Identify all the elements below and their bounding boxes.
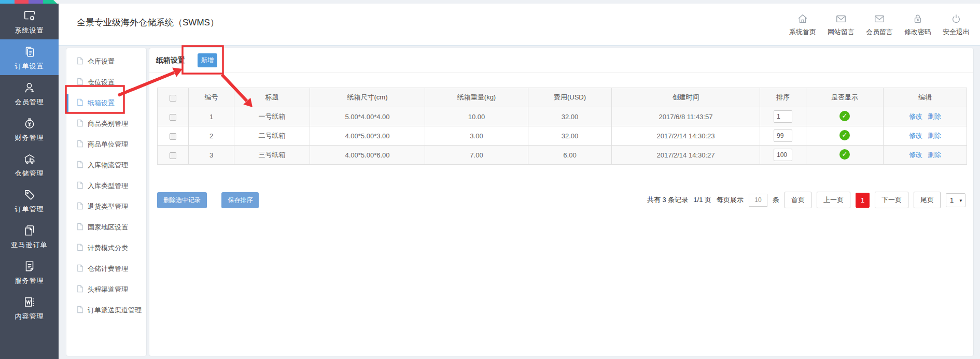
column-header: 纸箱尺寸(cm) xyxy=(310,88,425,107)
table-footer: 删除选中记录 保存排序 共有 3 条记录 1/1 页 每页展示 条 首页 上一页… xyxy=(157,192,965,208)
sidebar-item-8[interactable]: 服务管理 xyxy=(0,254,59,290)
first-page-button[interactable]: 首页 xyxy=(785,192,811,208)
doc-item-icon xyxy=(76,177,84,197)
submenu-item-label: 入库类型管理 xyxy=(88,182,128,190)
delete-link[interactable]: 删除 xyxy=(928,112,941,120)
submenu-item-12[interactable]: 头程渠道管理 xyxy=(66,279,146,300)
row-checkbox[interactable] xyxy=(170,133,176,140)
add-button[interactable]: 新增 xyxy=(198,53,217,67)
last-page-button[interactable]: 尾页 xyxy=(914,192,941,208)
per-page-input[interactable] xyxy=(749,194,767,207)
submenu-item-label: 商品单位管理 xyxy=(88,140,128,148)
submenu-item-9[interactable]: 国家地区设置 xyxy=(66,217,146,238)
sidebar-item-2[interactable]: 订单设置 xyxy=(0,39,59,75)
sidebar-item-label: 订单设置 xyxy=(0,62,59,71)
edit-link[interactable]: 修改 xyxy=(909,112,922,120)
cell-weight: 10.00 xyxy=(425,107,528,126)
header-checkbox-cell xyxy=(158,88,189,107)
table-body: 1一号纸箱5.00*4.00*4.0010.0032.002017/6/8 11… xyxy=(158,107,967,165)
document-lines-icon xyxy=(0,260,59,274)
table-row: 2二号纸箱4.00*5.00*3.003.0032.002017/2/14 14… xyxy=(158,126,967,146)
topnav-item-label: 网站留言 xyxy=(828,27,855,37)
submenu-item-10[interactable]: 计费模式分类 xyxy=(66,238,146,259)
doc-item-icon xyxy=(76,114,84,135)
submenu-item-6[interactable]: 入库物流管理 xyxy=(66,155,146,176)
table-wrap: 编号标题纸箱尺寸(cm)纸箱重量(kg)费用(USD)创建时间排序是否显示编辑 … xyxy=(157,88,965,165)
topnav-item-1[interactable]: 系统首页 xyxy=(789,13,816,37)
sidebar-item-label: 订单管理 xyxy=(0,205,59,214)
warehouse-truck-icon xyxy=(0,152,59,166)
select-all-checkbox[interactable] xyxy=(170,95,176,102)
record-count-text: 共有 3 条记录 xyxy=(647,195,688,205)
tag-icon xyxy=(0,188,59,202)
topnav-item-label: 修改密码 xyxy=(904,27,931,37)
cell-no: 1 xyxy=(189,107,234,126)
topnav-item-label: 会员留言 xyxy=(866,27,893,37)
row-checkbox[interactable] xyxy=(170,114,176,121)
cell-visible xyxy=(806,126,884,146)
cell-fee: 6.00 xyxy=(528,146,612,165)
submenu-item-5[interactable]: 商品单位管理 xyxy=(66,134,146,155)
table-row: 3三号纸箱4.00*5.00*6.007.006.002017/2/14 14:… xyxy=(158,146,967,165)
delete-link[interactable]: 删除 xyxy=(928,132,941,139)
sidebar-item-9[interactable]: 内容管理 xyxy=(0,290,59,325)
sidebar-item-5[interactable]: 仓储管理 xyxy=(0,147,59,182)
delete-link[interactable]: 删除 xyxy=(928,151,941,159)
sidebar-item-1[interactable]: 系统设置 xyxy=(0,4,59,39)
carton-table: 编号标题纸箱尺寸(cm)纸箱重量(kg)费用(USD)创建时间排序是否显示编辑 … xyxy=(157,88,967,165)
table-row: 1一号纸箱5.00*4.00*4.0010.0032.002017/6/8 11… xyxy=(158,107,967,126)
sort-input[interactable] xyxy=(774,149,792,161)
page-title: 纸箱设置 xyxy=(156,56,185,65)
settings-submenu: 仓库设置仓位设置纸箱设置商品类别管理商品单位管理入库物流管理入库类型管理退货类型… xyxy=(66,48,147,356)
delete-selected-button[interactable]: 删除选中记录 xyxy=(157,192,207,208)
submenu-item-label: 仓位设置 xyxy=(88,78,115,86)
topnav-item-4[interactable]: 修改密码 xyxy=(904,13,931,37)
row-checkbox[interactable] xyxy=(170,152,176,159)
submenu-item-2[interactable]: 仓位设置 xyxy=(66,72,146,93)
submenu-item-8[interactable]: 退货类型管理 xyxy=(66,196,146,217)
power-icon xyxy=(950,17,962,26)
submenu-item-label: 订单派送渠道管理 xyxy=(88,306,142,314)
topnav-item-2[interactable]: 网站留言 xyxy=(828,13,855,37)
mail-icon xyxy=(835,17,847,26)
current-page-button[interactable]: 1 xyxy=(856,193,870,208)
table-header-row: 编号标题纸箱尺寸(cm)纸箱重量(kg)费用(USD)创建时间排序是否显示编辑 xyxy=(158,88,967,107)
submenu-item-13[interactable]: 订单派送渠道管理 xyxy=(66,300,146,321)
strip-green xyxy=(43,0,58,4)
column-header: 排序 xyxy=(760,88,806,107)
submenu-item-11[interactable]: 仓储计费管理 xyxy=(66,259,146,279)
submenu-item-label: 商品类别管理 xyxy=(88,120,128,127)
edit-link[interactable]: 修改 xyxy=(909,132,922,139)
submenu-item-3[interactable]: 纸箱设置 xyxy=(66,93,146,113)
bulk-actions: 删除选中记录 保存排序 xyxy=(157,192,259,208)
page-info-text: 1/1 页 xyxy=(693,195,711,205)
page-jump-select[interactable]: 1 xyxy=(946,193,965,207)
topnav-item-5[interactable]: 安全退出 xyxy=(943,13,970,37)
submenu-item-7[interactable]: 入库类型管理 xyxy=(66,176,146,196)
main-panel: 纸箱设置 新增 编号标题纸箱尺寸(cm)纸箱重量(kg)费用(USD)创建时间排… xyxy=(149,48,974,356)
sort-input[interactable] xyxy=(774,130,792,142)
submenu-item-1[interactable]: 仓库设置 xyxy=(66,51,146,72)
cell-fee: 32.00 xyxy=(528,126,612,146)
cell-weight: 3.00 xyxy=(425,126,528,146)
save-sort-button[interactable]: 保存排序 xyxy=(221,192,259,208)
strip-blue xyxy=(0,0,15,4)
edit-link[interactable]: 修改 xyxy=(909,151,922,159)
row-checkbox-cell xyxy=(158,146,189,165)
home-icon xyxy=(797,17,808,26)
submenu-item-label: 纸箱设置 xyxy=(88,99,115,107)
submenu-item-4[interactable]: 商品类别管理 xyxy=(66,113,146,134)
next-page-button[interactable]: 下一页 xyxy=(875,192,908,208)
topnav-item-3[interactable]: 会员留言 xyxy=(866,13,893,37)
sidebar-item-4[interactable]: 财务管理 xyxy=(0,111,59,147)
prev-page-button[interactable]: 上一页 xyxy=(817,192,850,208)
sidebar-item-3[interactable]: 会员管理 xyxy=(0,75,59,111)
column-header: 费用(USD) xyxy=(528,88,612,107)
sidebar-item-6[interactable]: 订单管理 xyxy=(0,182,59,218)
money-bag-icon xyxy=(0,117,59,131)
cell-edit: 修改删除 xyxy=(884,146,967,165)
sort-input[interactable] xyxy=(774,110,792,123)
cell-fee: 32.00 xyxy=(528,107,612,126)
cell-visible xyxy=(806,107,884,126)
sidebar-item-7[interactable]: 亚马逊订单 xyxy=(0,218,59,254)
